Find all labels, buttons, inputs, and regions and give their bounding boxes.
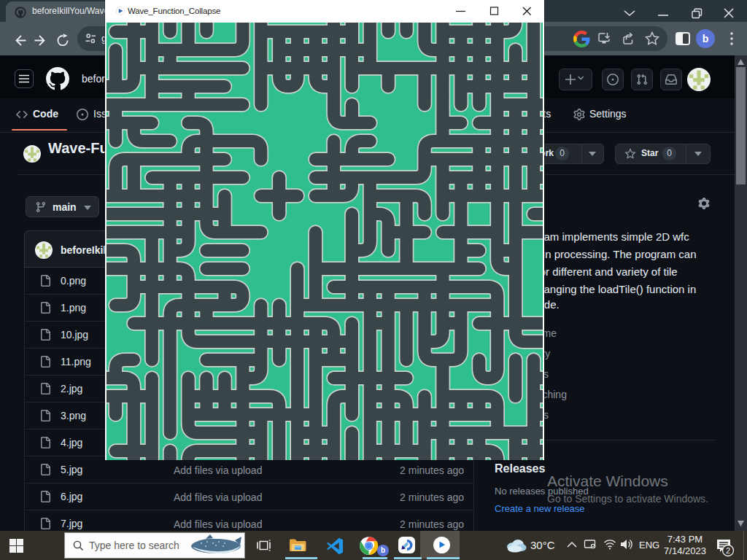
svg-text:2: 2 (726, 546, 730, 555)
